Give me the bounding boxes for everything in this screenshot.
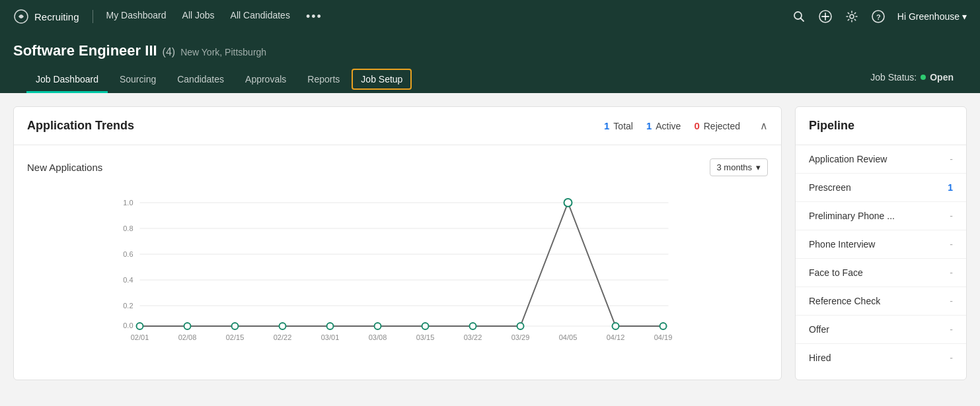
- pipeline-item-value: -: [950, 353, 953, 363]
- svg-point-30: [564, 199, 572, 207]
- user-menu[interactable]: Hi Greenhouse ▾: [897, 11, 967, 22]
- pipeline-item-label: Prescreen: [809, 182, 851, 193]
- chart-container: 1.0 0.8 0.6 0.4 0.2 0.0: [27, 189, 768, 348]
- tab-sourcing[interactable]: Sourcing: [110, 67, 165, 93]
- card-header: Application Trends 1 Total 1 Active 0 Re…: [14, 107, 781, 145]
- time-selector-value: 3 months: [717, 162, 752, 172]
- svg-text:03/29: 03/29: [511, 333, 530, 341]
- svg-point-27: [422, 323, 429, 329]
- svg-point-31: [613, 323, 619, 329]
- svg-line-2: [800, 18, 804, 22]
- nav-logo-text: Recruiting: [34, 11, 79, 22]
- svg-point-29: [517, 323, 524, 329]
- svg-text:02/15: 02/15: [226, 333, 245, 341]
- job-title: Software Engineer III: [13, 42, 157, 59]
- svg-text:03/22: 03/22: [464, 333, 482, 341]
- tab-job-setup[interactable]: Job Setup: [352, 69, 412, 90]
- tab-approvals[interactable]: Approvals: [236, 67, 295, 93]
- svg-text:03/15: 03/15: [416, 333, 435, 341]
- pipeline-item[interactable]: Offer-: [796, 316, 966, 344]
- pipeline-item-label: Face to Face: [809, 267, 863, 278]
- trends-title: Application Trends: [27, 119, 604, 133]
- job-status-value: Open: [930, 72, 954, 83]
- svg-text:04/19: 04/19: [654, 333, 673, 341]
- pipeline-item-label: Reference Check: [809, 296, 880, 306]
- svg-text:0.8: 0.8: [123, 224, 133, 232]
- job-locations: New York, Pittsburgh: [180, 47, 266, 57]
- nav-link-jobs[interactable]: All Jobs: [182, 10, 215, 24]
- svg-text:04/12: 04/12: [607, 333, 625, 341]
- svg-text:0.4: 0.4: [123, 276, 133, 284]
- nav-right-actions: ? Hi Greenhouse ▾: [792, 9, 967, 24]
- pipeline-header: Pipeline: [796, 107, 966, 145]
- active-stat: 1 Active: [646, 120, 681, 131]
- status-open-dot: [921, 75, 926, 80]
- pipeline-item-value: -: [950, 324, 953, 335]
- svg-text:0.2: 0.2: [123, 302, 133, 310]
- time-selector-dropdown[interactable]: 3 months ▾: [710, 158, 768, 176]
- svg-text:04/05: 04/05: [559, 333, 578, 341]
- pipeline-item-value: -: [950, 239, 953, 250]
- svg-point-22: [184, 323, 191, 329]
- active-value: 1: [646, 120, 652, 131]
- chevron-down-icon: ▾: [756, 162, 761, 172]
- nav-link-candidates[interactable]: All Candidates: [231, 10, 290, 24]
- collapse-button[interactable]: ∧: [760, 119, 768, 132]
- svg-point-6: [850, 15, 854, 18]
- svg-point-23: [232, 323, 239, 329]
- chevron-down-icon: ▾: [962, 11, 967, 22]
- pipeline-card: Pipeline Application Review-Prescreen1Pr…: [795, 106, 967, 380]
- pipeline-item-value: -: [950, 267, 953, 278]
- application-trends-card: Application Trends 1 Total 1 Active 0 Re…: [13, 106, 782, 380]
- nav-more-button[interactable]: •••: [306, 10, 322, 24]
- svg-point-32: [660, 323, 667, 329]
- chart-area: New Applications 3 months ▾ 1.0 0.8 0.6 …: [14, 145, 781, 361]
- svg-point-24: [280, 323, 286, 329]
- tab-reports[interactable]: Reports: [298, 67, 349, 93]
- pipeline-item-value: -: [950, 154, 953, 164]
- pipeline-title: Pipeline: [809, 119, 854, 132]
- total-stat: 1 Total: [604, 120, 633, 131]
- top-navigation: Recruiting My Dashboard All Jobs All Can…: [0, 0, 980, 33]
- nav-logo[interactable]: Recruiting: [13, 9, 79, 24]
- pipeline-item[interactable]: Face to Face-: [796, 259, 966, 287]
- pipeline-item-label: Hired: [809, 353, 831, 363]
- nav-link-dashboard[interactable]: My Dashboard: [106, 10, 167, 24]
- pipeline-item[interactable]: Application Review-: [796, 145, 966, 174]
- pipeline-item-value: 1: [948, 182, 953, 193]
- tab-bar: Job Dashboard Sourcing Candidates Approv…: [13, 67, 967, 93]
- svg-text:1.0: 1.0: [123, 199, 133, 207]
- rejected-value: 0: [694, 120, 699, 131]
- pipeline-item-label: Offer: [809, 324, 829, 335]
- nav-links: My Dashboard All Jobs All Candidates •••: [106, 10, 792, 24]
- help-icon[interactable]: ?: [871, 9, 886, 24]
- pipeline-item-label: Preliminary Phone ...: [809, 211, 895, 221]
- active-label: Active: [656, 121, 681, 131]
- pipeline-item-label: Phone Interview: [809, 239, 875, 250]
- svg-point-21: [137, 323, 143, 329]
- settings-icon[interactable]: [845, 9, 859, 24]
- svg-text:02/22: 02/22: [274, 333, 292, 341]
- chart-title: New Applications: [27, 162, 102, 173]
- pipeline-item[interactable]: Prescreen1: [796, 174, 966, 202]
- rejected-label: Rejected: [704, 121, 740, 131]
- svg-point-28: [470, 323, 476, 329]
- pipeline-item[interactable]: Hired-: [796, 344, 966, 372]
- search-icon[interactable]: [792, 9, 806, 24]
- tab-candidates[interactable]: Candidates: [168, 67, 233, 93]
- main-content: Application Trends 1 Total 1 Active 0 Re…: [0, 93, 980, 393]
- pipeline-item-value: -: [950, 296, 953, 306]
- tab-job-dashboard[interactable]: Job Dashboard: [26, 67, 108, 93]
- job-status-label: Job Status:: [870, 72, 917, 83]
- add-icon[interactable]: [818, 9, 833, 24]
- pipeline-item[interactable]: Reference Check-: [796, 287, 966, 316]
- rejected-stat: 0 Rejected: [694, 120, 740, 131]
- job-count: (4): [163, 46, 176, 58]
- pipeline-item[interactable]: Preliminary Phone ...-: [796, 202, 966, 230]
- job-header: Software Engineer III (4) New York, Pitt…: [0, 33, 980, 93]
- line-chart-svg: 1.0 0.8 0.6 0.4 0.2 0.0: [27, 189, 768, 348]
- pipeline-item-value: -: [950, 211, 953, 221]
- total-value: 1: [604, 120, 609, 131]
- nav-divider: [93, 10, 93, 23]
- pipeline-item[interactable]: Phone Interview-: [796, 230, 966, 259]
